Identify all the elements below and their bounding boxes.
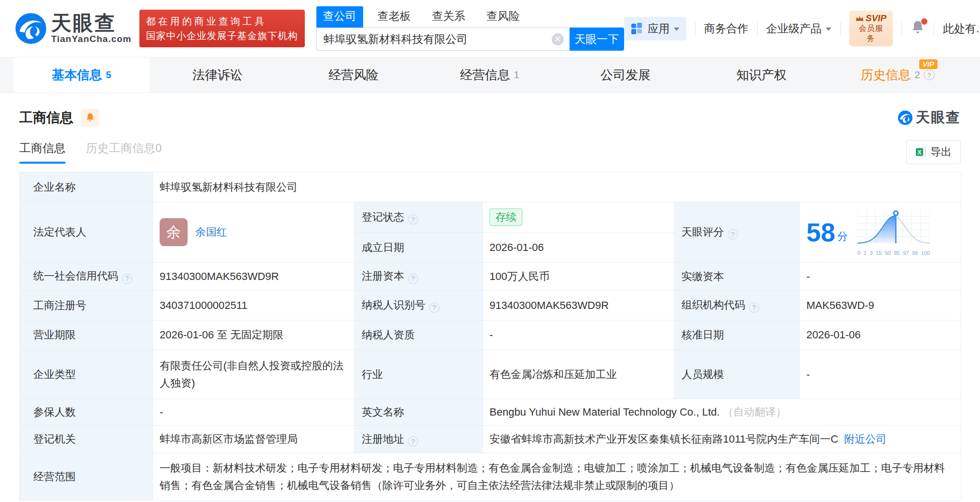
help-icon[interactable] [749, 303, 759, 313]
field-value-reg-capital: 100万人民币 [483, 263, 675, 291]
search-tab-risk[interactable]: 查风险 [487, 6, 520, 28]
help-icon[interactable] [408, 436, 418, 446]
field-value-reg-status: 存续 [483, 202, 675, 233]
notification-dot [921, 18, 927, 25]
header-nav: 应用 商务合作 企业级产品 SVIP 会员服务 [624, 11, 980, 46]
tab-company-development[interactable]: 公司发展 [558, 57, 694, 92]
field-label-tyc-score: 天眼评分 [675, 202, 800, 263]
field-label-taxpayer-quality: 纳税人资质 [355, 321, 483, 350]
tianyancha-logo[interactable]: 天眼查 TianYanCha.com [14, 12, 132, 45]
field-value-company-name: 蚌埠驭氢新材料科技有限公司 [153, 172, 961, 202]
help-icon[interactable] [408, 274, 418, 284]
score-value: 58 [806, 219, 835, 245]
help-icon[interactable] [728, 229, 738, 239]
tab-history-info[interactable]: VIP 历史信息 2 [830, 57, 966, 92]
chevron-down-icon [674, 28, 680, 34]
enterprise-products-menu[interactable]: 企业级产品 [766, 21, 831, 36]
field-label-establish-date: 成立日期 [355, 233, 483, 263]
svip-member-button[interactable]: SVIP 会员服务 [849, 11, 893, 46]
field-value-reg-address: 安徽省蚌埠市高新技术产业开发区秦集镇长征南路1011号院内生产车间一C附近公司 [483, 426, 961, 453]
search-tab-boss[interactable]: 查老板 [378, 6, 411, 28]
field-label-staff-size: 人员规模 [675, 350, 800, 399]
business-coop-link[interactable]: 商务合作 [704, 21, 749, 36]
notifications-bell-icon[interactable] [911, 20, 925, 37]
crown-icon [856, 15, 864, 22]
apps-menu-button[interactable]: 应用 [624, 17, 686, 41]
help-icon[interactable] [408, 214, 418, 224]
field-label-legal-rep: 法定代表人 [20, 202, 153, 263]
field-value-approval-date: 2026-01-06 [800, 321, 961, 350]
field-value-business-scope: 一般项目：新材料技术研发；电子专用材料研发；电子专用材料制造；有色金属合金制造；… [153, 453, 961, 501]
tab-operation-risk[interactable]: 经营风险 [286, 57, 422, 92]
field-value-org-code: MAK563WD-9 [800, 291, 961, 321]
tab-operation-info[interactable]: 经营信息 1 [422, 57, 558, 92]
field-value-establish-date: 2026-01-06 [483, 233, 675, 263]
promo-banner: 都在用的商业查询工具 国家中小企业发展子基金旗下机构 [139, 10, 305, 47]
field-value-tyc-score: 58 分 0131550859799100 [800, 202, 961, 263]
vip-badge: VIP [919, 59, 938, 69]
field-label-company-name: 企业名称 [20, 172, 153, 202]
section-title: 工商信息 [19, 109, 73, 127]
subscribe-bell-button[interactable] [81, 109, 99, 127]
field-label-reg-status: 登记状态 [355, 202, 483, 233]
field-value-business-term: 2026-01-06 至 无固定期限 [153, 321, 355, 350]
page-header: 天眼查 TianYanCha.com 都在用的商业查询工具 国家中小企业发展子基… [0, 0, 980, 57]
field-label-reg-authority: 登记机关 [20, 426, 153, 453]
subtab-business-info[interactable]: 工商信息 [19, 140, 66, 164]
table-row: 统一社会信用代码 91340300MAK563WD9R 注册资本 100万人民币… [20, 263, 961, 291]
tab-intellectual-property[interactable]: 知识产权 [694, 57, 830, 92]
tianyancha-logo-icon [898, 110, 913, 126]
field-label-reg-address: 注册地址 [355, 426, 483, 453]
tab-legal-proceedings[interactable]: 法律诉讼 [150, 57, 286, 92]
field-label-business-term: 营业期限 [20, 321, 153, 350]
user-account-menu[interactable]: 此处有... [943, 21, 980, 36]
nearby-companies-link[interactable]: 附近公司 [844, 433, 886, 445]
score-chart-ticks: 0131550859799100 [858, 250, 930, 256]
help-icon[interactable] [924, 70, 935, 80]
field-label-reg-capital: 注册资本 [355, 263, 483, 291]
field-label-business-scope: 经营范围 [20, 453, 153, 501]
help-icon[interactable] [122, 274, 132, 284]
field-value-taxpayer-quality: - [483, 321, 675, 350]
field-label-industry: 行业 [355, 350, 483, 399]
search-input[interactable] [316, 28, 570, 51]
apps-grid-icon [631, 22, 643, 35]
field-label-org-code: 组织机构代码 [675, 291, 800, 321]
logo-domain: TianYanCha.com [51, 34, 132, 44]
field-value-taxpayer-id: 91340300MAK563WD9R [483, 291, 675, 321]
legal-rep-link[interactable]: 余国红 [195, 225, 227, 239]
field-value-industry: 有色金属冶炼和压延加工业 [483, 350, 675, 399]
tianyancha-logo-icon [14, 12, 47, 45]
business-info-table: 企业名称 蚌埠驭氢新材料科技有限公司 法定代表人 余 余国红 登记状态 存续 天… [19, 172, 961, 501]
company-nav-tabs: 基本信息 5 法律诉讼 经营风险 经营信息 1 公司发展 知识产权 VIP 历史… [0, 57, 980, 93]
field-value-insured-count: - [153, 399, 355, 426]
search-button[interactable]: 天眼一下 [570, 28, 624, 51]
field-label-taxpayer-id: 纳税人识别号 [355, 291, 483, 321]
export-button[interactable]: X 导出 [906, 140, 961, 164]
tab-basic-info[interactable]: 基本信息 5 [14, 57, 150, 92]
field-label-company-type: 企业类型 [20, 350, 153, 399]
field-value-paid-capital: - [800, 263, 961, 291]
auto-translate-note: （自动翻译） [722, 406, 786, 418]
logo-text: 天眼查 [51, 13, 132, 34]
table-row: 企业名称 蚌埠驭氢新材料科技有限公司 [20, 172, 961, 202]
promo-line1: 都在用的商业查询工具 [146, 14, 298, 28]
chevron-down-icon [826, 28, 831, 34]
search-tab-company[interactable]: 查公司 [316, 6, 363, 28]
tianyancha-watermark: 天眼查 [898, 108, 961, 127]
field-value-company-type: 有限责任公司(非自然人投资或控股的法人独资) [153, 350, 355, 399]
table-row: 工商注册号 340371000002511 纳税人识别号 91340300MAK… [20, 291, 961, 321]
excel-icon: X [915, 147, 926, 157]
legal-rep-avatar[interactable]: 余 [160, 218, 188, 246]
status-badge: 存续 [490, 209, 522, 226]
table-row: 企业类型 有限责任公司(非自然人投资或控股的法人独资) 行业 有色金属冶炼和压延… [20, 350, 961, 399]
field-value-legal-rep: 余 余国红 [153, 202, 355, 263]
field-label-reg-number: 工商注册号 [20, 291, 153, 321]
search-area: 查公司 查老板 查关系 查风险 ✕ 天眼一下 [316, 6, 624, 51]
search-tab-relation[interactable]: 查关系 [432, 6, 465, 28]
clear-search-icon[interactable]: ✕ [552, 33, 564, 45]
svg-text:X: X [917, 149, 921, 156]
help-icon[interactable] [429, 303, 439, 313]
subtab-history-business-info[interactable]: 历史工商信息0 [86, 140, 162, 164]
promo-line2: 国家中小企业发展子基金旗下机构 [146, 28, 298, 43]
